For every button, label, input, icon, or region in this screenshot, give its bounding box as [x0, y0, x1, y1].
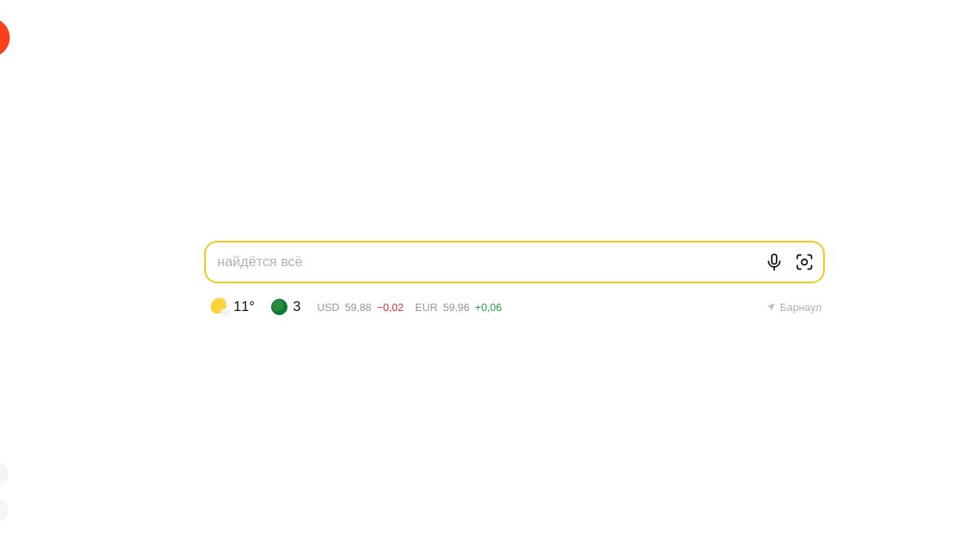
- search-bar: [204, 241, 825, 283]
- svg-rect-0: [772, 255, 777, 264]
- main-content: 11° 3 USD 59,88 −0,02 EUR 59,96 +0,06 Ба…: [204, 241, 825, 316]
- usd-delta: −0,02: [376, 301, 403, 313]
- usd-value: 59,88: [345, 301, 372, 313]
- location-city: Барнаул: [780, 301, 822, 313]
- side-pill[interactable]: [0, 497, 8, 523]
- traffic-widget[interactable]: 3: [271, 299, 301, 315]
- weather-widget[interactable]: 11°: [211, 298, 255, 316]
- svg-point-2: [802, 260, 808, 265]
- info-line: 11° 3 USD 59,88 −0,02 EUR 59,96 +0,06 Ба…: [204, 298, 825, 316]
- voice-search-icon[interactable]: [764, 252, 784, 272]
- eur-label: EUR: [415, 301, 437, 313]
- traffic-icon: [271, 299, 287, 315]
- traffic-level: 3: [293, 299, 301, 315]
- eur-delta: +0,06: [475, 301, 502, 313]
- weather-icon: [211, 298, 229, 316]
- logo-icon[interactable]: [0, 18, 10, 57]
- weather-temperature: 11°: [234, 299, 255, 315]
- location-arrow-icon: [766, 302, 776, 312]
- usd-label: USD: [317, 301, 339, 313]
- eur-value: 59,96: [443, 301, 470, 313]
- image-search-icon[interactable]: [794, 251, 815, 273]
- location-link[interactable]: Барнаул: [766, 301, 825, 313]
- currency-rates[interactable]: USD 59,88 −0,02 EUR 59,96 +0,06: [317, 301, 501, 313]
- search-input[interactable]: [217, 254, 764, 270]
- side-pill[interactable]: [0, 461, 8, 487]
